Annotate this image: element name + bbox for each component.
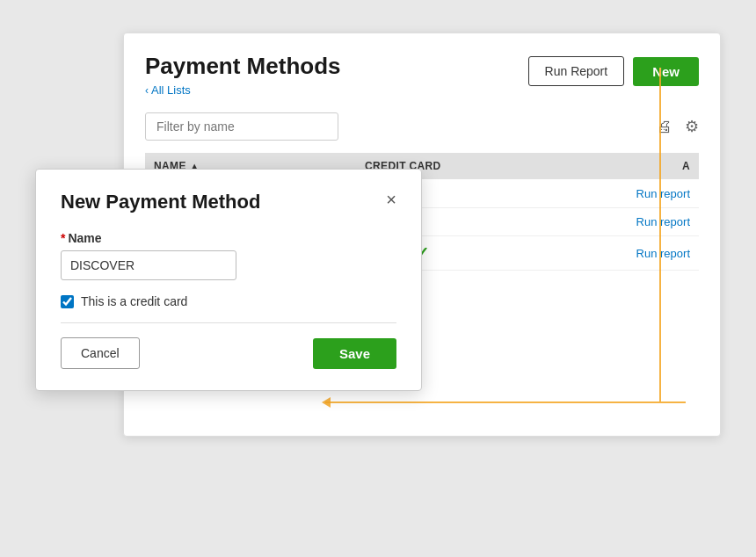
credit-card-checkbox-group: This is a credit card — [61, 294, 396, 308]
main-header: Payment Methods ‹ All Lists Run Report N… — [124, 33, 720, 97]
credit-card-checkbox[interactable] — [61, 295, 74, 308]
new-button[interactable]: New — [633, 57, 699, 86]
arrow-head — [322, 397, 331, 408]
all-lists-link[interactable]: ‹ All Lists — [145, 83, 341, 97]
save-button[interactable]: Save — [313, 338, 396, 369]
modal-footer: Cancel Save — [61, 337, 396, 369]
modal-dialog: New Payment Method × * Name This is a cr… — [35, 169, 422, 391]
arrow-horizontal — [325, 401, 686, 403]
credit-card-label: This is a credit card — [81, 294, 187, 308]
settings-icon: ⚙ — [685, 117, 699, 136]
chevron-left-icon: ‹ — [145, 84, 149, 97]
cell-action[interactable]: Run report — [479, 187, 690, 200]
settings-button[interactable]: ⚙ — [685, 117, 699, 136]
cell-action[interactable]: Run report — [479, 215, 690, 228]
modal-close-button[interactable]: × — [386, 191, 396, 208]
toolbar-icons: 🖨 ⚙ — [657, 117, 699, 136]
modal-divider — [61, 322, 396, 323]
cancel-button[interactable]: Cancel — [61, 337, 140, 369]
toolbar: 🖨 ⚙ — [124, 97, 720, 141]
name-form-group: * Name — [61, 231, 396, 280]
name-input[interactable] — [61, 250, 236, 280]
name-label-text: Name — [68, 231, 101, 245]
modal-title: New Payment Method — [61, 191, 260, 213]
page-title: Payment Methods — [145, 53, 341, 80]
run-report-button[interactable]: Run Report — [528, 56, 625, 86]
name-label: * Name — [61, 231, 396, 245]
col-header-actions: A — [479, 160, 690, 172]
filter-input[interactable] — [145, 112, 338, 141]
all-lists-label: All Lists — [151, 83, 191, 97]
modal-header: New Payment Method × — [61, 191, 396, 213]
arrow-vertical — [659, 68, 661, 401]
title-area: Payment Methods ‹ All Lists — [145, 53, 341, 97]
required-star: * — [61, 231, 65, 245]
cell-action[interactable]: Run report — [479, 247, 690, 260]
header-buttons: Run Report New — [528, 56, 699, 86]
